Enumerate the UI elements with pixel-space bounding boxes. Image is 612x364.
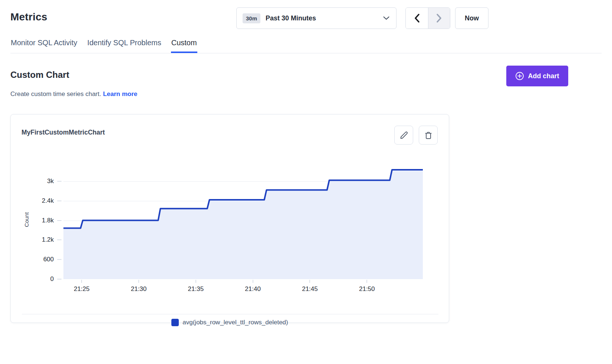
section-title: Custom Chart [10,70,69,80]
y-tick-label: 3k [11,178,54,185]
section-description: Create custom time series chart.Learn mo… [10,90,137,98]
legend-label: avg(jobs_row_level_ttl_rows_deleted) [182,319,288,326]
add-chart-button[interactable]: Add chart [506,66,568,86]
add-chart-label: Add chart [528,72,559,80]
y-tick [57,181,62,182]
chevron-right-icon [437,14,442,23]
page-title: Metrics [10,11,47,23]
x-tick-label: 21:25 [65,285,98,293]
legend-divider [22,314,438,314]
y-tick [57,259,62,260]
chevron-down-icon [383,16,389,20]
now-button[interactable]: Now [455,7,488,29]
x-tick [138,280,139,283]
legend: avg(jobs_row_level_ttl_rows_deleted) [11,319,449,326]
x-tick [366,280,367,283]
x-tick-label: 21:30 [122,285,155,293]
time-pager [405,7,450,29]
time-range-label: Past 30 Minutes [266,14,316,22]
x-tick-label: 21:50 [350,285,384,293]
chevron-left-icon [414,14,419,23]
y-tick-label: 600 [11,256,54,263]
chart-card: MyFirstCustomMetricChart Count 06001.2k1… [10,114,449,323]
learn-more-link[interactable]: Learn more [103,90,138,97]
x-tick-label: 21:45 [293,285,326,293]
legend-swatch [171,319,179,326]
y-tick-label: 1.2k [11,236,54,244]
x-tick-label: 21:40 [236,285,270,293]
next-interval-button[interactable] [428,8,450,29]
y-tick-label: 1.8k [11,217,54,224]
series-avg-jobs-row-level-ttl-rows-deleted [63,162,423,279]
y-tick [57,201,62,201]
y-tick [57,239,62,240]
tab-custom[interactable]: Custom [171,37,197,53]
y-tick [57,220,62,221]
x-tick [81,280,82,283]
x-tick-label: 21:35 [179,285,213,293]
plus-circle-icon [515,72,524,80]
x-tick [309,280,310,283]
x-tick [195,280,196,283]
chart-plot-area[interactable]: Count 06001.2k1.8k2.4k3k21:2521:3021:352… [11,115,449,322]
tab-monitor-sql-activity[interactable]: Monitor SQL Activity [10,37,78,53]
y-tick [57,279,62,279]
x-tick [253,280,253,283]
time-range-select[interactable]: 30m Past 30 Minutes [236,7,397,29]
tab-identify-sql-problems[interactable]: Identify SQL Problems [87,37,161,53]
prev-interval-button[interactable] [406,8,428,29]
y-tick-label: 2.4k [11,197,54,205]
section-description-text: Create custom time series chart. [10,90,101,97]
y-tick-label: 0 [11,275,54,283]
tab-bar: Monitor SQL Activity Identify SQL Proble… [10,37,602,53]
time-range-badge: 30m [243,13,260,23]
